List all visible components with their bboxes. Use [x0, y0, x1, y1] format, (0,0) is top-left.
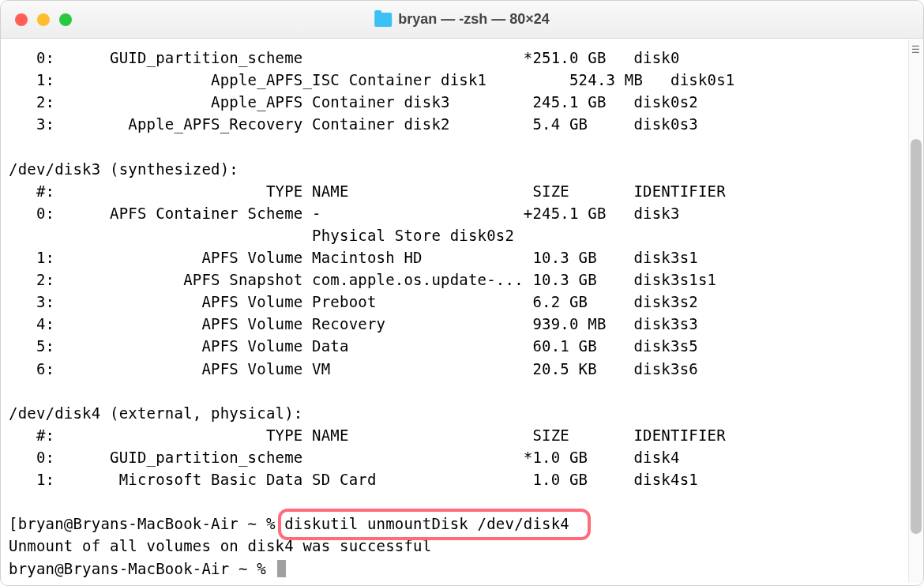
output-lines: 0: GUID_partition_scheme *251.0 GB disk0…: [9, 47, 915, 513]
close-button[interactable]: [15, 13, 28, 26]
minimize-button[interactable]: [37, 13, 50, 26]
folder-icon: [374, 13, 392, 27]
titlebar[interactable]: bryan — -zsh — 80×24: [1, 1, 923, 39]
cursor-icon: [277, 560, 286, 577]
unmount-result: Unmount of all volumes on disk4 was succ…: [9, 537, 431, 554]
maximize-button[interactable]: [59, 13, 72, 26]
scroll-up-icon[interactable]: ☰: [910, 43, 922, 55]
terminal-window: bryan — -zsh — 80×24 0: GUID_partition_s…: [0, 0, 924, 586]
prompt-2: bryan@Bryans-MacBook-Air ~ %: [9, 560, 276, 577]
window-title-container: bryan — -zsh — 80×24: [374, 11, 550, 28]
window-title: bryan — -zsh — 80×24: [398, 11, 550, 28]
scrollbar-thumb[interactable]: [911, 139, 922, 534]
traffic-lights: [1, 13, 72, 26]
prompt-1-host: [bryan@Bryans-MacBook-Air ~ %: [9, 515, 284, 532]
terminal-output[interactable]: 0: GUID_partition_scheme *251.0 GB disk0…: [1, 39, 923, 585]
prompt-1-command: diskutil unmountDisk /dev/disk4: [284, 515, 569, 532]
